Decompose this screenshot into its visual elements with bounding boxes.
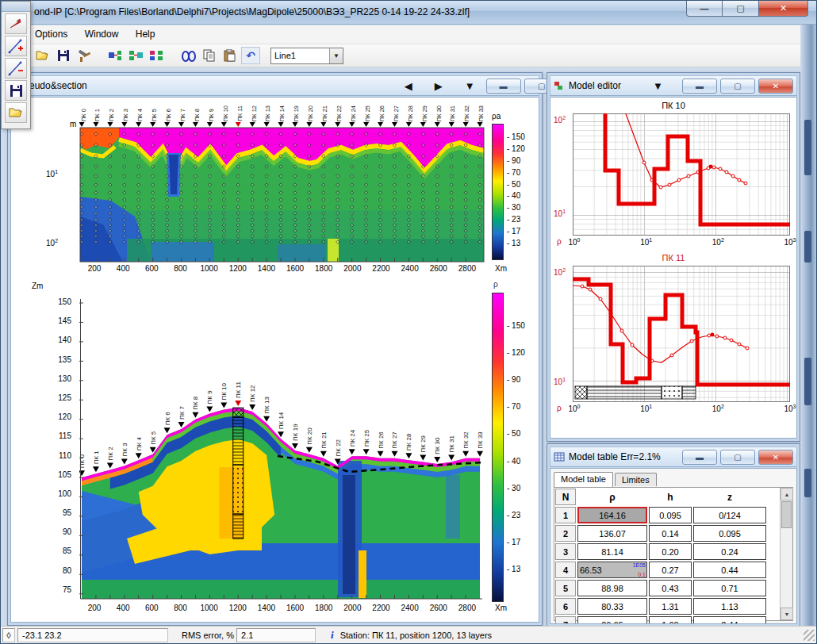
table-row: 6 80.33 1.31 1.13 [554, 597, 792, 615]
main-title-bar[interactable]: ond-IP [C:\Program Files\Borland\Delphi7… [1, 1, 816, 25]
maximize-button[interactable]: ▢ [720, 450, 755, 465]
section-y-ticks: 1501451401351301251201151101051009590858… [49, 297, 71, 595]
model-editor-title-bar[interactable]: Model editor ▼ ▬ ▢ ✕ [550, 75, 797, 96]
svg-text:ПК 6: ПК 6 [164, 412, 171, 426]
palette-title-bar[interactable] [2, 2, 30, 12]
table-row: 3 81.14 0.20 0.24 [554, 542, 792, 561]
minimize-button[interactable]: ▬ [682, 79, 717, 94]
svg-text:ПК 4: ПК 4 [136, 437, 143, 451]
tab-limites[interactable]: Limites [615, 473, 657, 486]
limited-cell[interactable]: 66.53 1E05 0.1 [577, 562, 647, 578]
tools-button[interactable] [75, 47, 94, 64]
close-icon[interactable]: ✕ [758, 450, 793, 465]
main-toolbar: ↶ Line1 ▼ [1, 44, 816, 67]
lithology-strip [575, 386, 696, 399]
scrollbar-thumb[interactable] [781, 501, 792, 528]
pseudosection-plot[interactable] [79, 121, 485, 263]
open-button[interactable] [33, 47, 52, 64]
plot2-ybottom: 101 [554, 377, 566, 386]
remove-point-tool-button[interactable] [5, 58, 27, 79]
model-plot-pk11[interactable] [573, 266, 790, 402]
pseudo-unit-label: m [70, 120, 76, 128]
window-menu-button[interactable]: ▼ [653, 80, 663, 92]
blocks-add-button[interactable] [106, 47, 125, 64]
lower-limit: 0.1 [638, 572, 646, 577]
svg-text:ПК 1: ПК 1 [93, 450, 100, 465]
line-selector[interactable]: Line1 ▼ [270, 48, 343, 64]
application-window: ond-IP [C:\Program Files\Borland\Delphi7… [0, 0, 817, 644]
save-model-button[interactable] [5, 80, 27, 101]
undo-button[interactable]: ↶ [241, 47, 260, 64]
pseudo-colorbar [492, 124, 504, 260]
resize-grip[interactable] [804, 630, 815, 641]
model-editor-window: Model editor ▼ ▬ ▢ ✕ ПК 10 102 101 [547, 72, 800, 442]
section-plot[interactable]: ПК 0ПК 1ПК 2ПК 3ПК 4ПК 5ПК 6ПК 7ПК 8ПК 9… [79, 277, 485, 605]
info-icon: i [331, 629, 334, 642]
menu-options[interactable]: Options [28, 25, 75, 43]
svg-text:ПК 3: ПК 3 [121, 443, 128, 457]
minimize-button[interactable]: — [686, 1, 723, 17]
svg-text:ПК 2: ПК 2 [107, 447, 114, 461]
plot1-x-ticks: 100 101 102 103 [562, 237, 797, 247]
selected-cell[interactable]: 164.16 [577, 507, 647, 523]
pseudo-x-ticks: 2004006008001000120014001600180020002200… [80, 264, 481, 273]
pseudosection-title-bar[interactable]: Pseudo&section ◀ ▶ ▼ ▬ ▢ ✕ [10, 75, 539, 96]
window-title: ond-IP [C:\Program Files\Borland\Delphi7… [34, 6, 470, 17]
save-button[interactable] [54, 47, 73, 64]
blocks-swap-button[interactable] [127, 47, 146, 64]
prev-station-button[interactable]: ◀ [405, 80, 412, 92]
maximize-button[interactable]: ▢ [720, 79, 755, 94]
svg-text:ПК 30: ПК 30 [434, 437, 441, 454]
pseudo-colorbar-label: ρa [492, 112, 501, 121]
model-plot-pk10[interactable] [573, 113, 790, 236]
section-colorbar-label: ρ [493, 280, 498, 289]
menu-help[interactable]: Help [128, 25, 163, 43]
tab-model-table[interactable]: Model table [554, 472, 613, 487]
maximize-button[interactable]: ▢ [723, 1, 759, 17]
next-station-button[interactable]: ▶ [435, 80, 443, 92]
scroll-down-icon[interactable]: ▼ [781, 608, 793, 620]
pseudo-ytick-1: 101 [46, 169, 58, 178]
open-model-button[interactable] [5, 102, 27, 123]
svg-text:ПК 25: ПК 25 [363, 429, 370, 447]
table-row: 4 66.53 1E05 0.1 0.27 0.44 [554, 561, 792, 579]
menu-window[interactable]: Window [78, 25, 126, 43]
table-row: 5 88.98 0.43 0.71 [554, 579, 792, 597]
table-scrollbar[interactable]: ▲ ▼ [780, 488, 792, 620]
binoculars-icon[interactable] [179, 47, 198, 64]
paste-button[interactable] [221, 47, 240, 64]
pseudosection-window: Pseudo&section ◀ ▶ ▼ ▬ ▢ ✕ m ПК 0ПК 1ПК … [7, 72, 543, 626]
svg-text:ПК 10: ПК 10 [221, 382, 228, 400]
svg-text:ПК 24: ПК 24 [349, 429, 356, 447]
pseudo-x-unit: Xm [495, 264, 507, 273]
svg-text:ПК 29: ПК 29 [420, 435, 427, 453]
minimize-button[interactable]: ▬ [486, 79, 521, 94]
pointer-tool-button[interactable] [5, 13, 27, 34]
svg-text:ПК 11: ПК 11 [235, 381, 242, 398]
svg-text:ПК 28: ПК 28 [405, 433, 412, 450]
blocks-edit-button[interactable] [148, 47, 167, 64]
station-info-panel: Station: ПК 11, position 1200, 13 layers [336, 628, 598, 642]
window-menu-button[interactable]: ▼ [465, 80, 475, 92]
model-table-window: Model table Err=2.1% ▬ ▢ ✕ Model table L… [547, 443, 800, 627]
close-icon[interactable]: ✕ [758, 79, 793, 94]
model-table-title-bar[interactable]: Model table Err=2.1% ▬ ▢ ✕ [550, 447, 797, 467]
upper-limit: 1E05 [633, 562, 646, 568]
svg-text:ПК 12: ПК 12 [249, 385, 256, 402]
plot2-axis-label: ρ [557, 404, 562, 412]
close-button[interactable]: ✕ [759, 1, 808, 17]
svg-text:ПК 31: ПК 31 [448, 435, 455, 453]
plot1-axis-label: ρ [557, 237, 562, 246]
svg-text:ПК 13: ПК 13 [263, 397, 270, 414]
floating-tool-palette[interactable] [1, 1, 31, 129]
plot2-ytop: 102 [554, 267, 566, 277]
chevron-down-icon[interactable]: ▼ [329, 48, 343, 63]
svg-text:ПК 32: ПК 32 [462, 431, 470, 449]
add-point-tool-button[interactable] [5, 36, 27, 56]
svg-text:ПК 22: ПК 22 [335, 439, 342, 456]
minimize-button[interactable]: ▬ [682, 450, 717, 465]
copy-button[interactable] [200, 47, 219, 64]
pseudo-ytick-2: 102 [46, 238, 58, 247]
scroll-up-icon[interactable]: ▲ [781, 488, 793, 500]
pseudo-colorbar-ticks: 1501209070504030231713 [507, 132, 531, 247]
